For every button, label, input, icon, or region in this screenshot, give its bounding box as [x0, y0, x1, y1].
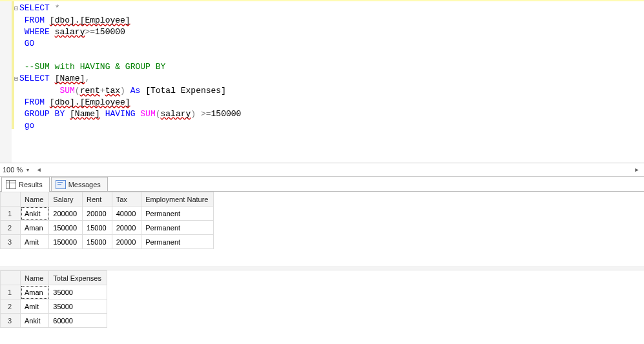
result-grid-2[interactable]: Name Total Expenses 1 Aman 35000 2 Amit … [0, 270, 644, 344]
col-header[interactable]: Name [21, 271, 49, 285]
cell[interactable]: 15000 [83, 235, 112, 249]
cell[interactable]: 150000 [49, 235, 83, 249]
messages-icon [56, 180, 66, 189]
cell[interactable]: Amit [21, 235, 49, 249]
col-header[interactable]: Employment Nature [141, 192, 214, 207]
row-number[interactable]: 1 [1, 207, 21, 221]
col-header[interactable]: Name [21, 192, 49, 207]
cell[interactable]: 40000 [112, 207, 141, 221]
cell[interactable]: Permanent [141, 221, 214, 235]
col-header[interactable]: Salary [49, 192, 83, 207]
results-area: Name Salary Rent Tax Employment Nature 1… [0, 192, 644, 344]
col-header[interactable]: Total Expenses [49, 271, 107, 285]
zoom-dropdown-icon[interactable]: ▾ [26, 167, 29, 173]
chevron-left-icon[interactable]: ◄ [34, 165, 43, 174]
zoom-level[interactable]: 100 % [3, 166, 23, 174]
code-area[interactable]: ⊟SELECT * FROM [dbo].[Employee] WHERE sa… [0, 1, 644, 132]
tab-label: Results [19, 181, 43, 188]
row-number[interactable]: 2 [1, 299, 21, 314]
tab-messages[interactable]: Messages [51, 177, 108, 191]
results-tab-strip: Results Messages [0, 177, 644, 192]
change-indicator [12, 1, 14, 129]
result-grid-1[interactable]: Name Salary Rent Tax Employment Nature 1… [0, 192, 644, 267]
table-row[interactable]: 1 Ankit 200000 20000 40000 Permanent [1, 207, 214, 221]
sql-editor[interactable]: ⊟SELECT * FROM [dbo].[Employee] WHERE sa… [0, 0, 644, 163]
table-row[interactable]: 3 Amit 150000 15000 20000 Permanent [1, 235, 214, 249]
table-row[interactable]: 2 Amit 35000 [1, 299, 107, 314]
zoom-bar: 100 % ▾ ◄ ► [0, 163, 644, 177]
select-all-corner[interactable] [1, 192, 21, 207]
cell[interactable]: 20000 [83, 207, 112, 221]
cell[interactable]: 35000 [49, 299, 107, 314]
cell[interactable]: 200000 [49, 207, 83, 221]
cell[interactable]: 35000 [49, 285, 107, 299]
table-row[interactable]: 1 Aman 35000 [1, 285, 107, 299]
table-row[interactable]: 2 Aman 150000 15000 20000 Permanent [1, 221, 214, 235]
row-number[interactable]: 3 [1, 235, 21, 249]
row-number[interactable]: 2 [1, 221, 21, 235]
cell[interactable]: 20000 [112, 235, 141, 249]
cell[interactable]: 150000 [49, 221, 83, 235]
tab-results[interactable]: Results [1, 177, 50, 192]
cell[interactable]: 60000 [49, 314, 107, 328]
cell[interactable]: Amit [21, 299, 49, 314]
editor-gutter [0, 1, 12, 163]
cell[interactable]: Ankit [21, 314, 49, 328]
row-number[interactable]: 3 [1, 314, 21, 328]
tab-label: Messages [68, 181, 101, 188]
chevron-right-icon[interactable]: ► [632, 165, 641, 174]
outline-collapse-icon[interactable]: ⊟ [14, 74, 19, 85]
cell[interactable]: Permanent [141, 207, 214, 221]
outline-collapse-icon[interactable]: ⊟ [14, 3, 19, 15]
cell[interactable]: Permanent [141, 235, 214, 249]
select-all-corner[interactable] [1, 271, 21, 285]
cell[interactable]: Aman [21, 285, 49, 299]
cell[interactable]: 15000 [83, 221, 112, 235]
col-header[interactable]: Tax [112, 192, 141, 207]
table-row[interactable]: 3 Ankit 60000 [1, 314, 107, 328]
grid-icon [6, 180, 16, 189]
cell[interactable]: Aman [21, 221, 49, 235]
cell[interactable]: 20000 [112, 221, 141, 235]
col-header[interactable]: Rent [83, 192, 112, 207]
horizontal-mini-scroll[interactable]: ◄ ► [34, 165, 644, 175]
row-number[interactable]: 1 [1, 285, 21, 299]
cell[interactable]: Ankit [21, 207, 49, 221]
